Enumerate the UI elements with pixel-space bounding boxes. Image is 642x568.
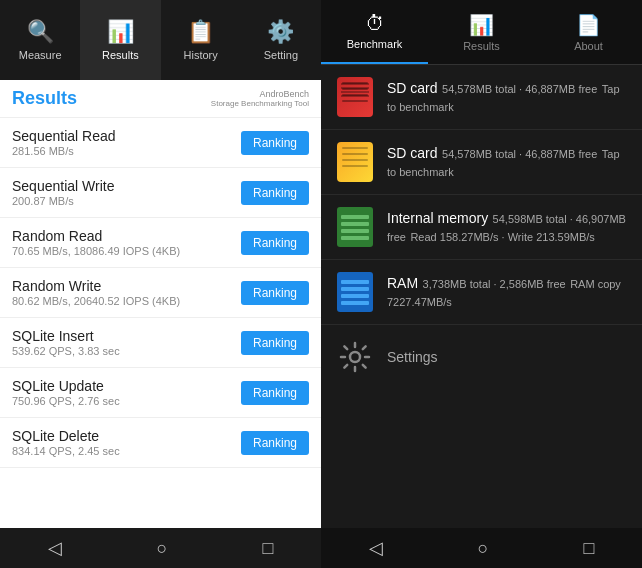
result-random-read: Random Read 70.65 MB/s, 18086.49 IOPS (4…	[0, 218, 321, 268]
device-sdcard-red[interactable]: SD card 54,578MB total · 46,887MB free T…	[321, 65, 642, 130]
right-nav-about[interactable]: 📄 About	[535, 0, 642, 64]
result-sub-5: 750.96 QPS, 2.76 sec	[12, 395, 120, 407]
result-sequential-read: Sequential Read 281.56 MB/s Ranking	[0, 118, 321, 168]
memory-icon	[333, 205, 377, 249]
right-top-nav: ⏱ Benchmark 📊 Results 📄 About	[321, 0, 642, 65]
result-info-sequential-write: Sequential Write 200.87 MB/s	[12, 178, 114, 207]
right-nav-results-label: Results	[463, 40, 500, 52]
device-name-3: RAM	[387, 275, 418, 291]
right-back-icon[interactable]: ◁	[369, 537, 383, 559]
settings-item[interactable]: Settings	[321, 325, 642, 389]
result-info-sqlite-insert: SQLite Insert 539.62 QPS, 3.83 sec	[12, 328, 120, 357]
ranking-btn-4[interactable]: Ranking	[241, 331, 309, 355]
nav-results-label: Results	[102, 49, 139, 61]
device-ram[interactable]: RAM 3,738MB total · 2,586MB free RAM cop…	[321, 260, 642, 325]
result-sub-0: 281.56 MB/s	[12, 145, 116, 157]
result-sub-4: 539.62 QPS, 3.83 sec	[12, 345, 120, 357]
device-name-2: Internal memory	[387, 210, 488, 226]
result-name-3: Random Write	[12, 278, 180, 294]
history-icon: 📋	[187, 19, 214, 45]
right-nav-results[interactable]: 📊 Results	[428, 0, 535, 64]
device-internal-memory[interactable]: Internal memory 54,598MB total · 46,907M…	[321, 195, 642, 260]
logo-brand: AndroBench	[259, 89, 309, 99]
result-name-6: SQLite Delete	[12, 428, 120, 444]
ram-icon	[333, 270, 377, 314]
right-recents-icon[interactable]: □	[584, 538, 595, 559]
svg-point-0	[350, 352, 360, 362]
device-detail-1: 54,578MB total · 46,887MB free	[442, 148, 597, 160]
ranking-btn-5[interactable]: Ranking	[241, 381, 309, 405]
nav-setting[interactable]: ⚙️ Setting	[241, 0, 321, 80]
recents-icon[interactable]: □	[263, 538, 274, 559]
ranking-btn-1[interactable]: Ranking	[241, 181, 309, 205]
result-sqlite-insert: SQLite Insert 539.62 QPS, 3.83 sec Ranki…	[0, 318, 321, 368]
result-info-sqlite-delete: SQLite Delete 834.14 QPS, 2.45 sec	[12, 428, 120, 457]
right-nav-benchmark[interactable]: ⏱ Benchmark	[321, 0, 428, 64]
benchmark-icon: ⏱	[365, 12, 385, 35]
result-sub-3: 80.62 MB/s, 20640.52 IOPS (4KB)	[12, 295, 180, 307]
result-name-2: Random Read	[12, 228, 180, 244]
results-list: Sequential Read 281.56 MB/s Ranking Sequ…	[0, 118, 321, 528]
left-panel: 🔍 Measure 📊 Results 📋 History ⚙️ Setting…	[0, 0, 321, 568]
settings-gear-icon	[333, 335, 377, 379]
left-bottom-nav: ◁ ○ □	[0, 528, 321, 568]
result-name-0: Sequential Read	[12, 128, 116, 144]
nav-measure[interactable]: 🔍 Measure	[0, 0, 80, 80]
device-info-memory: Internal memory 54,598MB total · 46,907M…	[387, 209, 630, 245]
device-name-0: SD card	[387, 80, 438, 96]
home-icon[interactable]: ○	[157, 538, 168, 559]
ranking-btn-3[interactable]: Ranking	[241, 281, 309, 305]
right-panel: ⏱ Benchmark 📊 Results 📄 About S	[321, 0, 642, 568]
result-name-5: SQLite Update	[12, 378, 120, 394]
device-info-ram: RAM 3,738MB total · 2,586MB free RAM cop…	[387, 274, 630, 310]
device-name-1: SD card	[387, 145, 438, 161]
nav-measure-label: Measure	[19, 49, 62, 61]
nav-history-label: History	[184, 49, 218, 61]
result-info-random-read: Random Read 70.65 MB/s, 18086.49 IOPS (4…	[12, 228, 180, 257]
ranking-btn-2[interactable]: Ranking	[241, 231, 309, 255]
right-home-icon[interactable]: ○	[478, 538, 489, 559]
nav-setting-label: Setting	[264, 49, 298, 61]
settings-label: Settings	[387, 349, 438, 365]
right-results-icon: 📊	[469, 13, 494, 37]
device-sdcard-yellow[interactable]: SD card 54,578MB total · 46,887MB free T…	[321, 130, 642, 195]
back-icon[interactable]: ◁	[48, 537, 62, 559]
results-header: Results AndroBench Storage Benchmarking …	[0, 80, 321, 118]
sdcard-yellow-icon	[333, 140, 377, 184]
right-nav-about-label: About	[574, 40, 603, 52]
sdcard-red-icon	[333, 75, 377, 119]
device-info-sdcard-yellow: SD card 54,578MB total · 46,887MB free T…	[387, 144, 630, 180]
measure-icon: 🔍	[27, 19, 54, 45]
result-info-sequential-read: Sequential Read 281.56 MB/s	[12, 128, 116, 157]
right-about-icon: 📄	[576, 13, 601, 37]
ranking-btn-6[interactable]: Ranking	[241, 431, 309, 455]
device-list: SD card 54,578MB total · 46,887MB free T…	[321, 65, 642, 528]
right-bottom-nav: ◁ ○ □	[321, 528, 642, 568]
device-detail-3: 3,738MB total · 2,586MB free	[423, 278, 566, 290]
result-name-4: SQLite Insert	[12, 328, 120, 344]
ranking-btn-0[interactable]: Ranking	[241, 131, 309, 155]
nav-results[interactable]: 📊 Results	[80, 0, 160, 80]
result-sub-6: 834.14 QPS, 2.45 sec	[12, 445, 120, 457]
nav-history[interactable]: 📋 History	[161, 0, 241, 80]
result-sequential-write: Sequential Write 200.87 MB/s Ranking	[0, 168, 321, 218]
result-name-1: Sequential Write	[12, 178, 114, 194]
right-nav-benchmark-label: Benchmark	[347, 38, 403, 50]
results-title: Results	[12, 88, 77, 109]
setting-icon: ⚙️	[267, 19, 294, 45]
result-sub-1: 200.87 MB/s	[12, 195, 114, 207]
androbench-logo: AndroBench Storage Benchmarking Tool	[211, 89, 309, 108]
device-action-2: Read 158.27MB/s · Write 213.59MB/s	[410, 231, 594, 243]
device-detail-0: 54,578MB total · 46,887MB free	[442, 83, 597, 95]
result-random-write: Random Write 80.62 MB/s, 20640.52 IOPS (…	[0, 268, 321, 318]
left-top-nav: 🔍 Measure 📊 Results 📋 History ⚙️ Setting	[0, 0, 321, 80]
results-icon: 📊	[107, 19, 134, 45]
result-info-random-write: Random Write 80.62 MB/s, 20640.52 IOPS (…	[12, 278, 180, 307]
result-sqlite-update: SQLite Update 750.96 QPS, 2.76 sec Ranki…	[0, 368, 321, 418]
result-sub-2: 70.65 MB/s, 18086.49 IOPS (4KB)	[12, 245, 180, 257]
logo-tagline: Storage Benchmarking Tool	[211, 99, 309, 108]
device-info-sdcard-red: SD card 54,578MB total · 46,887MB free T…	[387, 79, 630, 115]
result-info-sqlite-update: SQLite Update 750.96 QPS, 2.76 sec	[12, 378, 120, 407]
result-sqlite-delete: SQLite Delete 834.14 QPS, 2.45 sec Ranki…	[0, 418, 321, 468]
